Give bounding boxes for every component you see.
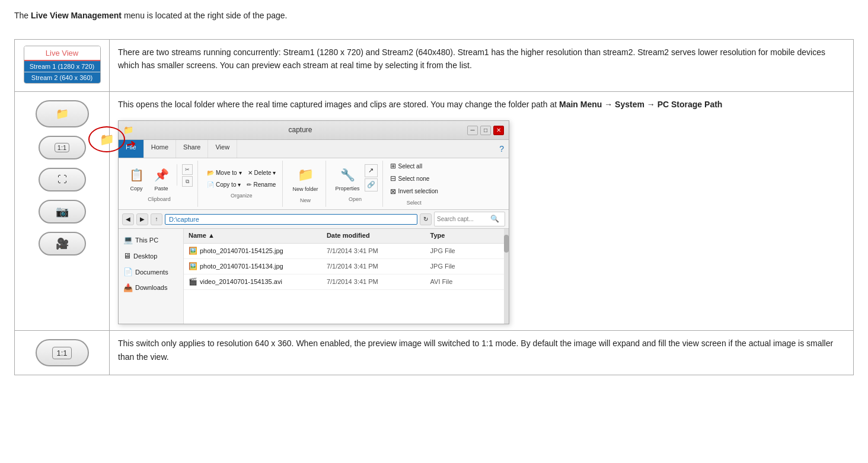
live-view-icon-cell: Live View Stream 1 (1280 x 720) Stream 2… xyxy=(15,40,110,92)
folder-description-cell: This opens the local folder where the re… xyxy=(110,92,854,331)
selectnone-label: Select none xyxy=(398,174,430,184)
file-row-1[interactable]: 🖼️ photo_20140701-154125.jpg 7/1/2014 3:… xyxy=(184,244,504,259)
copy-icon: 📋 xyxy=(129,165,144,184)
camera-button[interactable]: 📷 xyxy=(39,200,86,223)
ribbon-open-group: 🔧 Properties ↗ 🔗 Open xyxy=(328,161,383,207)
table-row-ratio: 1:1 This switch only applies to resoluti… xyxy=(15,331,854,375)
tab-view[interactable]: View xyxy=(208,140,237,158)
folder-desc-before: This opens the local folder where the re… xyxy=(118,100,559,109)
scrollbar-thumb[interactable] xyxy=(504,235,509,253)
desktop-icon: 🖥 xyxy=(123,250,131,263)
nav-desktop[interactable]: 🖥 Desktop xyxy=(119,248,183,264)
up-button[interactable]: ↑ xyxy=(151,213,162,225)
nav-documents[interactable]: 📄 Documents xyxy=(119,264,183,280)
minimize-button[interactable]: ─ xyxy=(467,126,478,135)
documents-label: Documents xyxy=(135,267,168,278)
fit-button[interactable]: ⛶ xyxy=(39,168,86,191)
file1-name: photo_20140701-154125.jpg xyxy=(200,246,283,257)
explorer-window: 📁 capture ─ □ ✕ File Home xyxy=(118,120,509,324)
live-view-panel: Live View Stream 1 (1280 x 720) Stream 2… xyxy=(24,46,101,84)
selectall-icon: ⊞ xyxy=(390,161,396,172)
downloads-label: Downloads xyxy=(135,283,167,293)
clipboard-label: Clipboard xyxy=(148,195,171,203)
paste-label: Paste xyxy=(154,184,168,193)
newfolder-label: New folder xyxy=(292,185,318,193)
streams-description: There are two streams running concurrent… xyxy=(110,40,854,92)
delete-button[interactable]: ✕ Delete ▾ xyxy=(246,168,278,178)
moveto-label: Move to xyxy=(216,168,237,178)
maximize-button[interactable]: □ xyxy=(480,126,491,135)
file3-type: AVI File xyxy=(430,277,499,288)
ratio-main-icon: 1:1 xyxy=(52,347,71,359)
address-input[interactable] xyxy=(165,214,417,225)
selectall-button[interactable]: ⊞ Select all xyxy=(390,161,438,172)
desktop-label: Desktop xyxy=(133,251,157,262)
ribbon-tabs: File Home Share View ? xyxy=(119,140,509,158)
nav-thispc[interactable]: 💻 This PC xyxy=(119,232,183,248)
open-sub2[interactable]: 🔗 xyxy=(365,178,378,191)
ribbon-content: 📋 Copy 📌 Paste xyxy=(119,158,509,210)
file2-date: 7/1/2014 3:41 PM xyxy=(327,261,430,272)
intro-text-after: menu is located at the right side of the… xyxy=(124,11,288,20)
tab-home[interactable]: Home xyxy=(144,140,176,158)
moveto-icon: 📂 xyxy=(207,168,214,178)
file-row-3[interactable]: 🎬 video_20140701-154135.avi 7/1/2014 3:4… xyxy=(184,274,504,290)
newfolder-button[interactable]: 📁 New folder xyxy=(290,163,320,195)
file3-date: 7/1/2014 3:41 PM xyxy=(327,277,430,288)
invertsel-label: Invert selection xyxy=(398,187,438,196)
ratio-description: This switch only applies to resolution 6… xyxy=(110,331,854,375)
rename-button[interactable]: ✏ Rename xyxy=(245,180,277,190)
vertical-scrollbar[interactable] xyxy=(504,229,509,324)
refresh-button[interactable]: ↻ xyxy=(420,213,432,225)
camera-icon: 📷 xyxy=(56,205,69,218)
ratio-button[interactable]: 1:1 xyxy=(39,136,86,159)
ribbon-new-group: 📁 New folder New xyxy=(285,161,326,207)
search-input[interactable] xyxy=(437,216,490,222)
stream1-item[interactable]: Stream 1 (1280 x 720) xyxy=(24,61,100,72)
intro-text-before: The xyxy=(14,11,31,20)
ribbon-organize-group: 📂 Move to ▾ ✕ Delete ▾ xyxy=(200,161,283,207)
moveto-button[interactable]: 📂 Move to ▾ xyxy=(205,168,244,178)
invertsel-button[interactable]: ⊠ Invert selection xyxy=(390,186,438,197)
properties-label: Properties xyxy=(336,184,360,193)
video-icon: 🎥 xyxy=(56,237,69,250)
rename-icon: ✏ xyxy=(247,180,251,190)
live-view-title: Live View xyxy=(24,46,100,61)
search-icon: 🔍 xyxy=(490,213,499,225)
selectnone-button[interactable]: ⊟ Select none xyxy=(390,173,438,184)
folder-button[interactable]: 📁 xyxy=(36,100,89,127)
ratio-main-button[interactable]: 1:1 xyxy=(36,339,89,366)
red-oval-highlight: 📁 xyxy=(88,126,125,152)
file-row-2[interactable]: 🖼️ photo_20140701-154134.jpg 7/1/2014 3:… xyxy=(184,259,504,274)
video-button[interactable]: 🎥 xyxy=(39,232,86,256)
downloads-icon: 📥 xyxy=(123,282,133,295)
clipboard-sub1[interactable]: ✂ xyxy=(182,164,193,175)
help-button[interactable]: ? xyxy=(494,140,509,158)
nav-downloads[interactable]: 📥 Downloads xyxy=(119,280,183,296)
file2-name: photo_20140701-154134.jpg xyxy=(200,261,283,272)
paste-icon: 📌 xyxy=(154,165,169,184)
table-row-streams: Live View Stream 1 (1280 x 720) Stream 2… xyxy=(15,40,854,92)
copyto-label: Copy to xyxy=(216,180,236,190)
tab-share[interactable]: Share xyxy=(176,140,208,158)
stream2-item[interactable]: Stream 2 (640 x 360) xyxy=(24,72,100,83)
open-sub1[interactable]: ↗ xyxy=(365,164,378,177)
file3-icon: 🎬 xyxy=(189,276,197,288)
control-buttons-stack: 📁 1:1 ⛶ 📷 🎥 xyxy=(23,98,101,258)
paste-button[interactable]: 📌 Paste xyxy=(151,164,172,194)
back-button[interactable]: ◀ xyxy=(122,213,134,225)
forward-button[interactable]: ▶ xyxy=(136,213,148,225)
properties-button[interactable]: 🔧 Properties xyxy=(333,164,362,194)
explorer-mockup: 📁 ➜ 📁 capture ─ □ ✕ xyxy=(118,120,509,324)
clipboard-sub2[interactable]: ⧉ xyxy=(182,176,193,187)
folder-desc-bold: Main Menu → System → PC Storage Path xyxy=(559,100,722,109)
ribbon-clipboard-group: 📋 Copy 📌 Paste xyxy=(121,161,198,207)
close-button[interactable]: ✕ xyxy=(493,126,504,135)
copyto-button[interactable]: 📄 Copy to ▾ xyxy=(205,180,242,190)
search-box[interactable]: 🔍 xyxy=(434,212,505,226)
copyto-icon: 📄 xyxy=(207,180,214,190)
copy-button[interactable]: 📋 Copy xyxy=(126,164,147,194)
thispc-label: This PC xyxy=(135,235,158,246)
delete-chevron: ▾ xyxy=(273,168,276,178)
titlebar-controls: ─ □ ✕ xyxy=(467,126,504,135)
